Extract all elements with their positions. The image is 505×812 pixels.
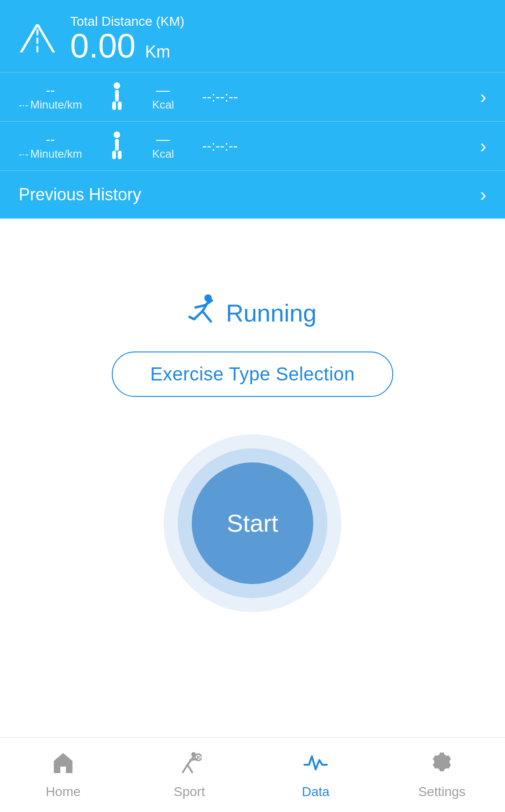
kcal-dash-1: — [156,82,170,98]
svg-line-17 [194,311,202,319]
exercise-type-selection-button[interactable]: Exercise Type Selection [112,351,393,397]
history-label: Previous History [19,185,141,205]
bottom-nav: Home Sport Data [0,737,505,812]
start-ring-outer: Start [164,434,341,612]
svg-line-27 [188,765,192,772]
svg-rect-12 [118,151,122,159]
stat-time-2: --:--:-- [202,138,238,154]
stat-time-1: --:--:-- [202,89,238,105]
nav-sport[interactable]: Sport [126,738,252,812]
data-icon [303,751,329,781]
stat-kcal-1: — Kcal [152,82,174,111]
pace-value-1: -- [46,82,55,98]
distance-info: Total Distance (KM) 0.00 Km [70,14,184,63]
road-icon [19,24,56,52]
start-button[interactable]: Start [192,462,313,584]
nav-data[interactable]: Data [252,738,379,812]
svg-rect-11 [112,151,116,159]
distance-value: 0.00 Km [70,29,184,63]
exercise-type-label: Running [188,293,317,333]
svg-line-1 [37,24,54,52]
running-text: Running [226,299,317,327]
svg-line-26 [183,765,188,772]
svg-line-0 [21,24,37,52]
sport-label: Sport [174,784,205,799]
home-icon [51,751,75,781]
svg-line-18 [202,311,211,322]
start-ring-middle: Start [178,448,327,598]
stats-row-1[interactable]: -- -·-Minute/km — Kcal --:--:-- › [0,72,505,121]
stat-pace-1: -- -·-Minute/km [19,82,82,111]
nav-settings[interactable]: Settings [379,738,505,812]
data-label: Data [302,784,329,799]
nav-home[interactable]: Home [0,738,126,812]
person-icon-2 [110,131,124,161]
stats-section: -- -·-Minute/km — Kcal --:--:-- › -- [0,72,505,219]
stats-row-2[interactable]: -- -·-Minute/km — Kcal --:--:-- › [0,121,505,170]
settings-label: Settings [418,784,465,799]
main-content: Running Exercise Type Selection Start [0,219,505,640]
settings-icon [430,751,454,781]
svg-rect-6 [115,90,119,102]
svg-line-19 [189,317,194,319]
svg-point-5 [114,82,120,89]
running-icon [188,293,216,333]
svg-rect-10 [115,139,119,151]
time-value-1: --:--:-- [202,89,238,105]
person-icon-1 [110,82,124,112]
kcal-label-2: Kcal [152,147,174,161]
kcal-label-1: Kcal [152,98,174,111]
start-button-container: Start [164,434,341,612]
time-value-2: --:--:-- [202,138,238,154]
svg-point-9 [114,132,120,138]
sport-icon [177,751,202,781]
kcal-dash-2: — [156,132,170,147]
pace-value-2: -- [46,132,55,147]
svg-rect-8 [118,102,122,110]
distance-unit: Km [145,42,170,61]
pace-label-1: -·-Minute/km [19,98,82,111]
home-label: Home [46,784,81,799]
header: Total Distance (KM) 0.00 Km [0,0,505,72]
chevron-right-1: › [480,87,486,108]
chevron-right-history: › [480,184,486,205]
history-row[interactable]: Previous History › [0,170,505,219]
chevron-right-2: › [480,136,486,157]
svg-rect-7 [112,102,116,110]
stat-pace-2: -- -·-Minute/km [19,132,82,161]
stat-kcal-2: — Kcal [152,132,174,161]
pace-label-2: -·-Minute/km [19,147,82,161]
